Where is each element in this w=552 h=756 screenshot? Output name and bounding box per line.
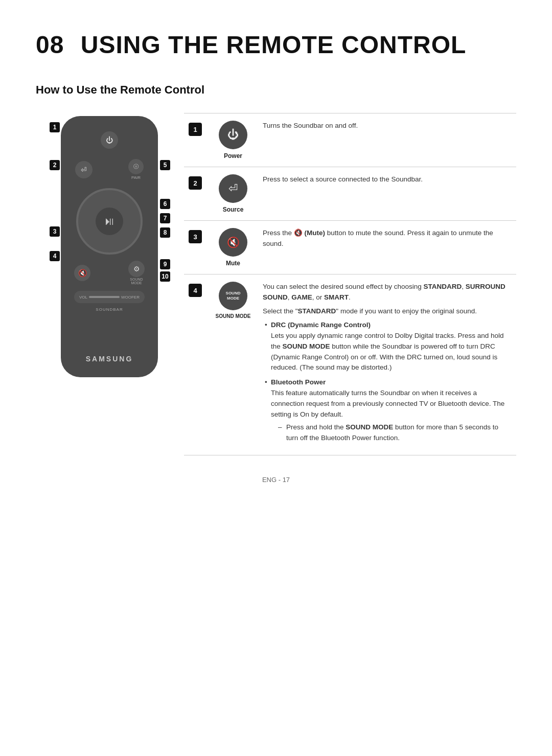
mute-label: Mute <box>226 260 240 267</box>
sound-mode-text-top: SOUND <box>226 291 241 296</box>
remote-ann-2: 2 <box>50 160 60 170</box>
page-footer: ENG - 17 <box>36 476 516 484</box>
remote-ann-5: 5 <box>160 160 170 170</box>
remote-illustration: 1 2 3 4 5 6 7 8 9 10 ⏻ ⏎ ⦾ PAIR <box>36 113 184 455</box>
table-row-power: 1 ⏻ Power Turns the Soundbar on and off. <box>184 113 516 167</box>
source-icon-circle: ⏎ <box>219 174 247 203</box>
pair-label: PAIR <box>131 175 141 180</box>
mute-description: Press the 🔇 (Mute) button to mute the so… <box>259 221 516 274</box>
remote-settings-btn[interactable]: ⚙ <box>128 261 145 277</box>
remote-ann-10: 10 <box>160 271 170 282</box>
sound-mode-icon-circle: SOUND MODE <box>219 282 247 310</box>
vol-label: VOL <box>79 295 87 300</box>
remote-ann-9: 9 <box>160 259 170 269</box>
sound-mode-label: SOUNDMODE <box>130 278 143 285</box>
remote-source-btn[interactable]: ⏎ <box>75 161 93 178</box>
page-title: 08 USING THE REMOTE CONTROL <box>36 31 516 59</box>
remote-ann-7: 7 <box>160 213 170 223</box>
mute-inline-icon: 🔇 <box>294 229 303 237</box>
row-num-1: 1 <box>189 123 202 136</box>
source-label: Source <box>223 206 244 213</box>
samsung-brand-label: SAMSUNG <box>86 355 133 363</box>
remote-vol-woofer-bar[interactable]: VOL WOOFER <box>74 291 145 303</box>
mute-icon-circle: 🔇 <box>219 228 247 257</box>
woofer-label: WOOFER <box>121 295 140 300</box>
row-num-3: 3 <box>189 230 202 243</box>
remote-ann-3: 3 <box>50 226 60 237</box>
source-description: Press to select a source connected to th… <box>259 167 516 220</box>
remote-power-btn[interactable]: ⏻ <box>101 131 118 149</box>
sound-mode-description: You can select the desired sound effect … <box>259 274 516 455</box>
remote-ann-4: 4 <box>50 251 60 261</box>
remote-mute-btn[interactable]: 🔇 <box>74 265 90 281</box>
remote-nav-ring[interactable]: ⏯ <box>76 188 143 255</box>
power-description: Turns the Soundbar on and off. <box>259 113 516 167</box>
sound-mode-btn-label: SOUND MODE <box>216 313 251 319</box>
button-descriptions-table: 1 ⏻ Power Turns the Soundbar on and off.… <box>184 113 516 455</box>
table-row-source: 2 ⏎ Source Press to select a source conn… <box>184 167 516 220</box>
section-title: How to Use the Remote Control <box>36 83 516 97</box>
remote-bluetooth-btn[interactable]: ⦾ <box>128 159 144 174</box>
source-icon: ⏎ <box>228 182 238 195</box>
remote-ann-8: 8 <box>160 227 170 238</box>
soundbar-label: SOUNDBAR <box>96 307 123 312</box>
power-icon: ⏻ <box>227 128 239 142</box>
power-label: Power <box>224 152 242 159</box>
vol-slider <box>89 296 120 298</box>
row-num-2: 2 <box>189 176 202 190</box>
table-row-mute: 3 🔇 Mute Press the 🔇 (Mute) button to mu… <box>184 220 516 274</box>
remote-ann-6: 6 <box>160 199 170 209</box>
power-icon-circle: ⏻ <box>219 121 247 149</box>
sound-mode-text-bottom: MODE <box>227 296 239 301</box>
mute-icon: 🔇 <box>227 236 240 248</box>
remote-play-pause-btn[interactable]: ⏯ <box>96 208 123 235</box>
remote-ann-1: 1 <box>50 122 60 132</box>
row-num-4: 4 <box>189 284 202 297</box>
table-row-sound-mode: 4 SOUND MODE SOUND MODE You can select t… <box>184 274 516 455</box>
